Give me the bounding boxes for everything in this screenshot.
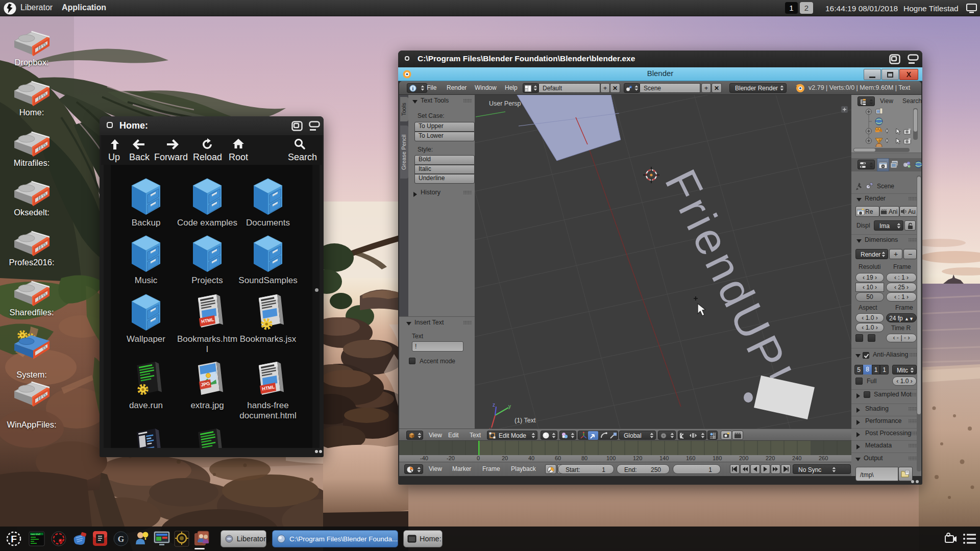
svg-text:(1) Text: (1) Text (514, 417, 536, 424)
svg-text:y: y (508, 404, 511, 409)
svg-text:F: F (11, 534, 17, 544)
svg-text:i: i (412, 86, 414, 91)
svg-text:new shell: new shell (31, 533, 40, 536)
svg-text:z: z (493, 402, 495, 408)
svg-text:User Persp: User Persp (489, 100, 521, 107)
svg-text:G: G (118, 535, 125, 543)
